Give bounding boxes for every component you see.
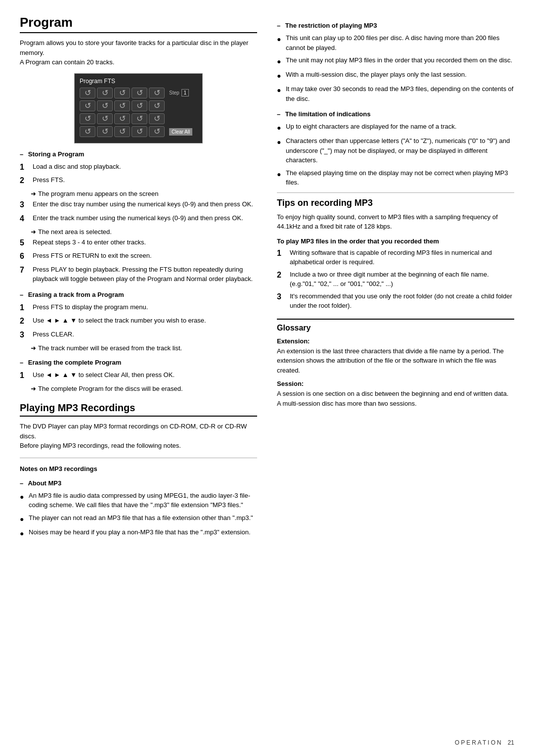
fts-cell: ↺	[114, 113, 130, 124]
step-item: 1 Press FTS to display the program menu.	[20, 302, 257, 313]
footer-operation: OPERATION	[455, 739, 503, 746]
arrow-note-2: ➜ The next area is selected.	[31, 228, 257, 236]
step-item: 1 Writing software that is capable of re…	[277, 248, 514, 267]
fts-cell: ↺	[114, 88, 130, 98]
fts-cell: ↺	[132, 88, 147, 98]
fts-cell: ↺	[97, 113, 113, 124]
step-item: 2 Press FTS.	[20, 175, 257, 186]
list-item: ● The player can not read an MP3 file th…	[20, 513, 257, 524]
bullet-icon: ●	[20, 514, 27, 524]
tips-sub-heading: To play MP3 files in the order that you …	[277, 237, 514, 245]
restriction-mp3-heading: – The restriction of playing MP3	[277, 22, 514, 29]
step-item: 1 Use ◄ ► ▲ ▼ to select Clear All, then …	[20, 370, 257, 381]
footer: OPERATION 21	[455, 739, 514, 746]
limitation-list: ● Up to eight characters are displayed f…	[277, 122, 514, 188]
bullet-icon: ●	[277, 137, 284, 147]
erasing-complete-steps: 1 Use ◄ ► ▲ ▼ to select Clear All, then …	[20, 370, 257, 381]
step-item: 2 Include a two or three digit number at…	[277, 270, 514, 289]
fts-cell: ↺	[97, 88, 113, 98]
fts-row-2: ↺ ↺ ↺ ↺ ↺	[80, 100, 197, 111]
bullet-icon: ●	[277, 71, 284, 81]
program-title: Program	[20, 15, 257, 33]
left-column: Program Program allows you to store your…	[20, 15, 257, 543]
list-item: ● Up to eight characters are displayed f…	[277, 122, 514, 133]
list-item: ● Noises may be heard if you play a non-…	[20, 527, 257, 539]
fts-row-3: ↺ ↺ ↺ ↺ ↺	[80, 113, 197, 124]
fts-cell: ↺	[80, 88, 95, 98]
fts-cell: ↺	[132, 113, 147, 124]
fts-cell: ↺	[114, 126, 130, 137]
glossary-item-extension: Extension: An extension is the last thre…	[277, 337, 514, 376]
bullet-icon: ●	[20, 528, 27, 539]
storing-heading: – Storing a Program	[20, 150, 257, 158]
fts-box-title: Program FTS	[80, 78, 197, 85]
clear-all-button[interactable]: Clear All	[169, 128, 192, 136]
fts-cell: ↺	[97, 100, 113, 111]
program-intro: Program allows you to store your favorit…	[20, 38, 257, 67]
about-mp3-list: ● An MP3 file is audio data compressed b…	[20, 491, 257, 539]
fts-row-4: ↺ ↺ ↺ ↺ ↺ Clear All	[80, 126, 197, 137]
playing-mp3-intro: The DVD Player can play MP3 format recor…	[20, 422, 257, 451]
arrow-note-1: ➜ The program menu appears on the screen	[31, 190, 257, 197]
arrow-note-3: ➜ The track number will be erased from t…	[31, 344, 257, 352]
footer-page: 21	[508, 739, 514, 746]
program-fts-box: Program FTS ↺ ↺ ↺ ↺ ↺ Step 1 ↺ ↺ ↺ ↺ ↺	[74, 73, 203, 143]
list-item: ● An MP3 file is audio data compressed b…	[20, 491, 257, 510]
fts-cell: ↺	[149, 126, 165, 137]
bullet-icon: ●	[20, 492, 27, 502]
step-item: 3 Press CLEAR.	[20, 330, 257, 340]
notes-mp3-heading: Notes on MP3 recordings	[20, 465, 257, 472]
step-text: Step	[169, 90, 179, 95]
fts-row-1: ↺ ↺ ↺ ↺ ↺ Step 1	[80, 88, 197, 98]
erasing-track-heading: – Erasing a track from a Program	[20, 291, 257, 298]
bullet-icon: ●	[277, 56, 284, 67]
step-item: 3 It's recommended that you use only the…	[277, 291, 514, 311]
fts-cell: ↺	[80, 113, 95, 124]
fts-cell: ↺	[149, 100, 165, 111]
erasing-track-steps: 1 Press FTS to display the program menu.…	[20, 302, 257, 340]
fts-cell: ↺	[97, 126, 113, 137]
list-item: ● The elapsed playing time on the displa…	[277, 168, 514, 188]
step-item: 3 Enter the disc tray number using the n…	[20, 199, 257, 210]
list-item: ● This unit can play up to 200 files per…	[277, 33, 514, 52]
about-mp3-heading: – About MP3	[20, 479, 257, 487]
erasing-complete-heading: – Erasing the complete Program	[20, 359, 257, 366]
limitation-heading: – The limitation of indications	[277, 110, 514, 118]
step-item: 7 Press PLAY to begin playback. Pressing…	[20, 265, 257, 284]
tips-section: Tips on recording MP3 To enjoy high qual…	[277, 192, 514, 311]
fts-cell: ↺	[149, 113, 165, 124]
fts-cell: ↺	[149, 88, 165, 98]
list-item: ● Characters other than uppercase letter…	[277, 136, 514, 165]
restriction-mp3-list: ● This unit can play up to 200 files per…	[277, 33, 514, 103]
step-item: 4 Enter the track number using the numer…	[20, 213, 257, 224]
glossary-def: An extension is the last three character…	[277, 346, 514, 376]
step-item: 6 Press FTS or RETURN to exit the screen…	[20, 251, 257, 262]
bullet-icon: ●	[277, 34, 284, 45]
step-item: 2 Use ◄ ► ▲ ▼ to select the track number…	[20, 316, 257, 327]
storing-steps-cont: 3 Enter the disc tray number using the n…	[20, 199, 257, 224]
bullet-icon: ●	[277, 85, 284, 95]
arrow-note-4: ➜ The complete Program for the discs wil…	[31, 385, 257, 392]
step-item: 5 Repeat steps 3 - 4 to enter other trac…	[20, 237, 257, 248]
fts-cell: ↺	[132, 126, 147, 137]
step-item: 1 Load a disc and stop playback.	[20, 162, 257, 173]
storing-steps-cont2: 5 Repeat steps 3 - 4 to enter other trac…	[20, 237, 257, 284]
fts-cell: ↺	[80, 100, 95, 111]
list-item: ● With a multi-session disc, the player …	[277, 70, 514, 81]
glossary-def: A session is one section on a disc betwe…	[277, 389, 514, 408]
glossary-section: Glossary Extension: An extension is the …	[277, 319, 514, 409]
fts-cell: ↺	[80, 126, 95, 137]
right-column: – The restriction of playing MP3 ● This …	[277, 15, 514, 543]
tips-title: Tips on recording MP3	[277, 198, 514, 208]
glossary-term: Extension:	[277, 337, 514, 345]
glossary-term: Session:	[277, 380, 514, 387]
tips-steps: 1 Writing software that is capable of re…	[277, 248, 514, 311]
playing-mp3-title: Playing MP3 Recordings	[20, 402, 257, 417]
storing-steps: 1 Load a disc and stop playback. 2 Press…	[20, 162, 257, 187]
tips-intro: To enjoy high quality sound, convert to …	[277, 212, 514, 232]
glossary-item-session: Session: A session is one section on a d…	[277, 380, 514, 408]
bullet-icon: ●	[277, 123, 284, 133]
fts-cell: ↺	[132, 100, 147, 111]
bullet-icon: ●	[277, 169, 284, 180]
list-item: ● The unit may not play MP3 files in the…	[277, 55, 514, 67]
